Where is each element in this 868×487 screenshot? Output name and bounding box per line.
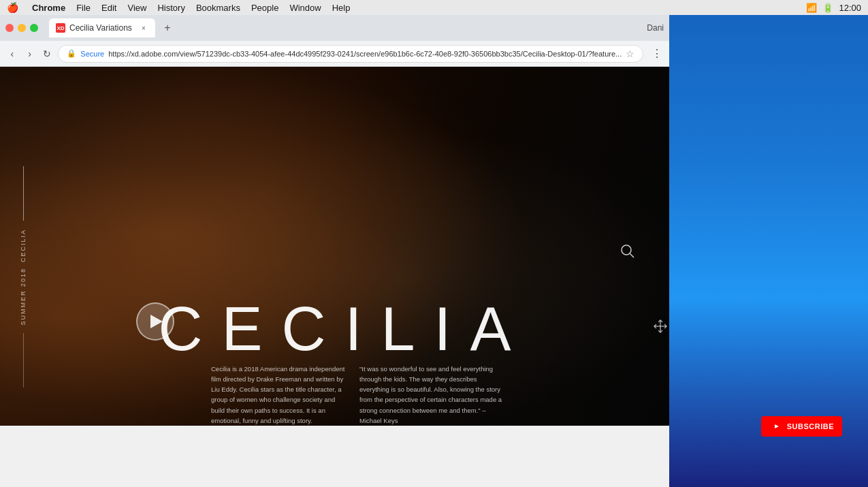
menu-help[interactable]: Help — [332, 3, 351, 13]
tab-close-button[interactable]: × — [139, 23, 148, 33]
chrome-title-bar: XD Cecilia Variations × + Dani — [0, 15, 669, 41]
menu-people[interactable]: People — [251, 3, 278, 13]
chrome-user: Dani — [647, 23, 664, 33]
reload-button[interactable]: ↻ — [41, 45, 54, 63]
quote-text: "It was so wonderful to see and feel eve… — [359, 364, 502, 426]
bookmark-star-icon[interactable]: ☆ — [626, 48, 634, 59]
menu-window[interactable]: Window — [289, 3, 321, 13]
youtube-icon — [769, 422, 783, 431]
tab-bar: XD Cecilia Variations × + — [49, 18, 641, 37]
menu-bookmarks[interactable]: Bookmarks — [196, 3, 240, 13]
side-text-title: CECILIA — [20, 229, 27, 262]
side-line-top — [23, 166, 24, 221]
hero-section: CECILIA SUMMER 2018 — [0, 67, 669, 487]
chrome-menu-button[interactable]: ⋮ — [650, 45, 664, 63]
hero-title: CECILIA — [0, 294, 669, 364]
tab-favicon: XD — [56, 23, 65, 33]
address-bar[interactable]: 🔒 Secure https://xd.adobe.com/view/57123… — [58, 45, 643, 63]
search-icon[interactable] — [620, 244, 637, 260]
side-text-container: CECILIA SUMMER 2018 — [20, 67, 27, 487]
battery-icon: 🔋 — [822, 3, 833, 13]
clock: 12:00 — [839, 3, 861, 13]
new-tab-button[interactable]: + — [158, 18, 177, 37]
apple-icon: 🍎 — [7, 2, 18, 13]
menu-history[interactable]: History — [157, 3, 184, 13]
menu-view[interactable]: View — [127, 3, 146, 13]
website-content: CECILIA SUMMER 2018 — [0, 67, 669, 487]
maximize-button[interactable] — [30, 24, 38, 32]
menu-chrome[interactable]: Chrome — [32, 3, 65, 13]
tab-title: Cecilia Variations — [69, 23, 132, 33]
minimize-button[interactable] — [18, 24, 26, 32]
secure-icon: 🔒 — [67, 49, 76, 58]
secure-label: Secure — [80, 50, 104, 58]
svg-line-1 — [630, 254, 634, 258]
chrome-toolbar: ‹ › ↻ 🔒 Secure https://xd.adobe.com/view… — [0, 41, 669, 67]
menu-bar-right: 📶 🔋 12:00 — [806, 3, 861, 13]
subscribe-label: SUBSCRIBE — [787, 422, 834, 430]
svg-point-0 — [622, 245, 631, 255]
wifi-icon: 📶 — [806, 3, 817, 13]
youtube-subscribe-button[interactable]: SUBSCRIBE — [761, 416, 842, 437]
window-controls — [5, 24, 38, 32]
back-button[interactable]: ‹ — [5, 45, 19, 63]
bottom-area — [0, 426, 669, 487]
menu-edit[interactable]: Edit — [101, 3, 116, 13]
macos-menu-bar: 🍎 Chrome File Edit View History Bookmark… — [0, 0, 868, 15]
forward-button[interactable]: › — [23, 45, 37, 63]
url-text: https://xd.adobe.com/view/571239dc-cb33-… — [108, 50, 622, 58]
description-text: Cecilia is a 2018 American drama indepen… — [211, 364, 347, 426]
chrome-window: XD Cecilia Variations × + Dani ‹ › ↻ 🔒 S… — [0, 15, 669, 487]
active-tab[interactable]: XD Cecilia Variations × — [49, 18, 155, 37]
close-button[interactable] — [5, 24, 14, 32]
menu-file[interactable]: File — [76, 3, 91, 13]
